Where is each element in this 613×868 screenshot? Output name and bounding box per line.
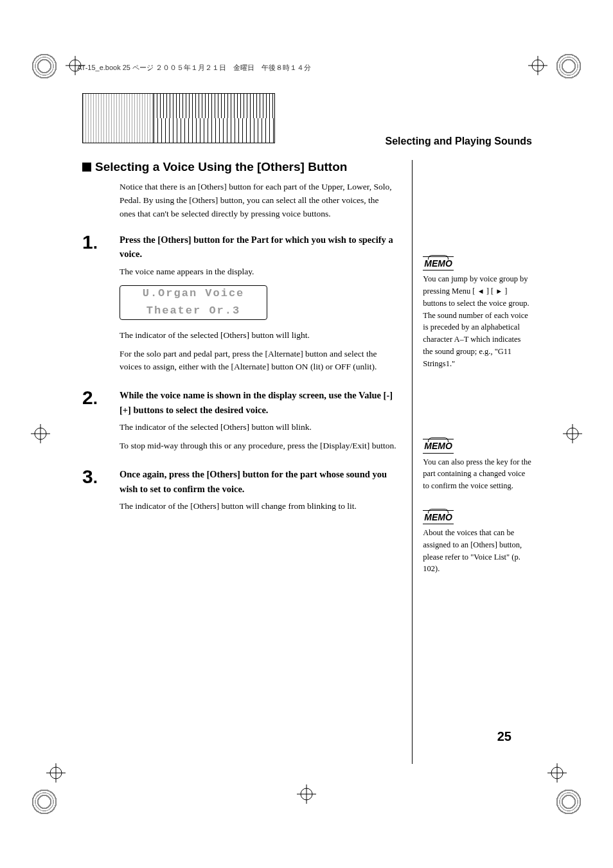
header-meta: AT-15_e.book 25 ページ ２００５年１月２１日 金曜日 午後８時１… [77,63,311,73]
memo-text: You can also press the key for the part … [423,456,532,492]
lcd-line-2: Theater Or.3 [147,303,240,319]
column-divider [412,160,413,764]
section-heading-text: Selecting a Voice Using the [Others] But… [95,160,347,174]
memo-1: MEMO You can jump by voice group by pres… [423,256,532,369]
step-text: For the solo part and pedal part, press … [120,348,396,375]
chapter-title: Selecting and Playing Sounds [294,136,532,148]
crop-mark-icon [555,788,582,815]
step-text: To stop mid-way through this or any proc… [120,439,396,453]
step-2: 2. While the voice name is shown in the … [82,388,396,458]
section-heading: Selecting a Voice Using the [Others] But… [82,160,396,174]
memo-label-icon: MEMO [423,439,454,453]
crop-mark-icon [31,788,58,815]
step-text: The voice name appears in the display. [120,265,396,279]
registration-mark-icon [297,784,316,804]
step-text: The indicator of the selected [Others] b… [120,421,396,434]
step-text: The indicator of the [Others] button wil… [120,500,396,513]
step-number: 2. [82,388,120,458]
step-title: While the voice name is shown in the dis… [120,388,396,417]
step-number: 1. [82,233,120,380]
intro-text: Notice that there is an [Others] button … [120,181,396,221]
keyboard-diagram [82,93,275,143]
registration-mark-icon [563,424,582,443]
step-title: Press the [Others] button for the Part f… [120,233,396,261]
step-1: 1. Press the [Others] button for the Par… [82,233,396,380]
memo-3: MEMO About the voices that can be assign… [423,510,532,575]
right-arrow-icon: ► [495,286,502,297]
crop-mark-icon [555,53,582,80]
square-bullet-icon [82,163,91,172]
crop-mark-icon [31,53,58,80]
registration-mark-icon [31,424,50,443]
memo-text: You can jump by voice group by pressing … [423,273,532,369]
memo-label-icon: MEMO [423,510,454,524]
registration-mark-icon [547,763,567,783]
step-text: The indicator of the selected [Others] b… [120,329,396,342]
step-3: 3. Once again, press the [Others] button… [82,467,396,518]
step-title: Once again, press the [Others] button fo… [120,467,396,496]
lcd-line-1: U.Organ Voice [143,285,245,302]
memo-label-icon: MEMO [423,256,454,270]
registration-mark-icon [528,56,547,75]
registration-mark-icon [46,763,66,783]
memo-text: About the voices that can be assigned to… [423,527,532,575]
left-arrow-icon: ◄ [477,286,484,297]
step-number: 3. [82,467,120,518]
page-number: 25 [497,729,511,744]
memo-2: MEMO You can also press the key for the … [423,439,532,492]
lcd-display: U.Organ Voice Theater Or.3 [120,285,267,320]
